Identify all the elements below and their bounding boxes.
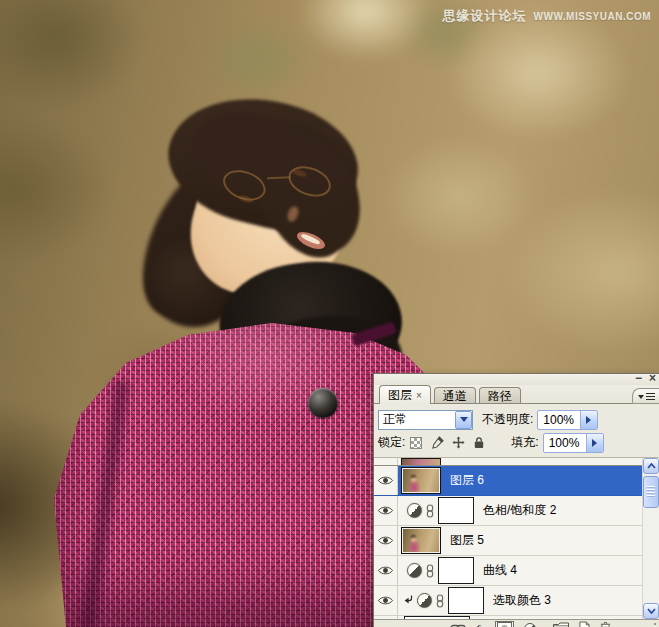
lock-pixels-button[interactable]: [430, 436, 444, 450]
triangle-right-icon: [586, 416, 595, 424]
lock-transparency-button[interactable]: [409, 436, 423, 450]
panel-close-button[interactable]: ×: [649, 373, 656, 384]
link-mask-icon: [426, 504, 434, 518]
layer-list-scrollbar[interactable]: [642, 458, 659, 619]
layer-row-tuceng-5[interactable]: 图层 5: [374, 526, 642, 556]
layer-mask-thumbnail[interactable]: [448, 587, 484, 614]
menu-triangle-icon: [638, 395, 644, 402]
layer-name[interactable]: 色相/饱和度 2: [483, 502, 556, 519]
panel-minimize-button[interactable]: −: [635, 373, 642, 384]
layer-row-selective-color-3[interactable]: 选取颜色 3: [374, 586, 642, 616]
new-adjustment-layer-button[interactable]: [524, 621, 543, 627]
tab-channels-label: 通道: [443, 388, 467, 405]
new-page-icon: [579, 621, 590, 627]
layer-list: 图层 6 色相/饱和度 2: [374, 457, 659, 619]
panel-controls: 正常 不透明度: 100% 锁定:: [374, 404, 659, 457]
link-mask-icon: [436, 594, 444, 608]
opacity-label: 不透明度:: [482, 411, 533, 428]
checkerboard-icon: [410, 437, 422, 449]
lock-all-button[interactable]: [472, 436, 486, 450]
partial-layer-thumbnail: [401, 458, 441, 465]
layer-name[interactable]: 选取颜色 3: [493, 592, 551, 609]
scroll-up-button[interactable]: [643, 458, 659, 474]
visibility-toggle[interactable]: [374, 556, 398, 585]
watermark-site-name: 思缘设计论坛: [443, 7, 527, 25]
visibility-toggle[interactable]: [374, 586, 398, 615]
layer-style-button[interactable]: fx: [476, 621, 485, 627]
scroll-down-button[interactable]: [643, 603, 659, 619]
eye-column-stub: [374, 458, 398, 465]
tab-close-icon[interactable]: ×: [416, 391, 422, 401]
padlock-icon: [473, 436, 485, 449]
panel-tabs-row: 图层 × 通道 路径: [374, 385, 659, 404]
fill-label: 填充:: [511, 434, 538, 451]
trash-icon: [600, 621, 611, 627]
lock-position-button[interactable]: [451, 436, 465, 450]
watermark-site-url: WWW.MISSYUAN.COM: [534, 11, 651, 22]
adjustment-layer-icon[interactable]: [407, 503, 422, 518]
chain-icon: [450, 623, 466, 627]
watermark: 思缘设计论坛 WWW.MISSYUAN.COM: [443, 7, 651, 25]
visibility-toggle[interactable]: [374, 526, 398, 555]
panel-resize-grip[interactable]: [645, 622, 657, 627]
layer-name[interactable]: 图层 6: [450, 472, 484, 489]
visibility-toggle[interactable]: [374, 466, 398, 495]
layer-row-tuceng-6[interactable]: 图层 6: [374, 466, 642, 496]
tab-layers-label: 图层: [388, 387, 412, 404]
layer-thumbnail[interactable]: [401, 467, 441, 494]
scrollbar-track[interactable]: [643, 508, 659, 603]
panel-titlebar[interactable]: − ×: [374, 374, 659, 385]
clipping-mask-icon: [403, 595, 414, 606]
layer-name[interactable]: 图层 5: [450, 532, 484, 549]
tab-channels[interactable]: 通道: [434, 387, 476, 403]
layer-mask-thumbnail[interactable]: [438, 557, 474, 584]
mask-icon: [497, 622, 512, 627]
layer-thumbnail[interactable]: [401, 527, 441, 554]
eye-icon: [377, 565, 394, 576]
tab-paths[interactable]: 路径: [479, 387, 521, 403]
panel-menu-button[interactable]: [632, 388, 659, 404]
delete-layer-button[interactable]: [600, 621, 611, 627]
eye-icon: [377, 475, 394, 486]
adjustment-icon: [524, 623, 536, 627]
triangle-right-icon: [592, 439, 601, 447]
fill-slider-button[interactable]: [586, 434, 603, 452]
eye-icon: [377, 535, 394, 546]
layer-row-hue-saturation-2[interactable]: 色相/饱和度 2: [374, 496, 642, 526]
new-group-button[interactable]: [553, 621, 569, 627]
panel-bottom-bar: fx: [374, 619, 659, 627]
blend-mode-dropdown-button[interactable]: [455, 411, 472, 429]
blend-mode-value: 正常: [379, 411, 455, 428]
tab-paths-label: 路径: [488, 388, 512, 405]
opacity-slider-button[interactable]: [580, 411, 597, 429]
menu-lines-icon: [646, 393, 655, 400]
link-mask-icon: [426, 564, 434, 578]
layer-mask-thumbnail[interactable]: [438, 497, 474, 524]
layer-name[interactable]: 曲线 4: [483, 562, 517, 579]
lock-icons: [409, 436, 486, 450]
lock-label: 锁定:: [378, 434, 405, 451]
folder-icon: [553, 622, 569, 627]
scrollbar-thumb[interactable]: [643, 476, 659, 508]
brush-icon: [431, 436, 444, 449]
eye-icon: [377, 505, 394, 516]
opacity-value[interactable]: 100%: [538, 413, 580, 427]
eye-icon: [377, 595, 394, 606]
blend-mode-select[interactable]: 正常: [378, 410, 473, 430]
adjustment-layer-icon[interactable]: [407, 563, 422, 578]
move-icon: [452, 436, 465, 449]
opacity-control: 100%: [537, 410, 598, 430]
lock-fill-row: 锁定: 填充: 100%: [378, 431, 655, 454]
chevron-up-icon: [647, 463, 656, 469]
fill-control: 100%: [543, 433, 604, 453]
link-layers-button[interactable]: [450, 621, 466, 627]
blend-opacity-row: 正常 不透明度: 100%: [378, 408, 655, 431]
layers-panel: − × 图层 × 通道 路径 正常 不透明度: 100%: [373, 373, 659, 627]
add-layer-mask-button[interactable]: [495, 621, 514, 627]
new-layer-button[interactable]: [579, 621, 590, 627]
visibility-toggle[interactable]: [374, 496, 398, 525]
tab-layers[interactable]: 图层 ×: [379, 385, 431, 404]
fill-value[interactable]: 100%: [544, 436, 586, 450]
layer-row-curves-4[interactable]: 曲线 4: [374, 556, 642, 586]
adjustment-layer-icon[interactable]: [417, 593, 432, 608]
